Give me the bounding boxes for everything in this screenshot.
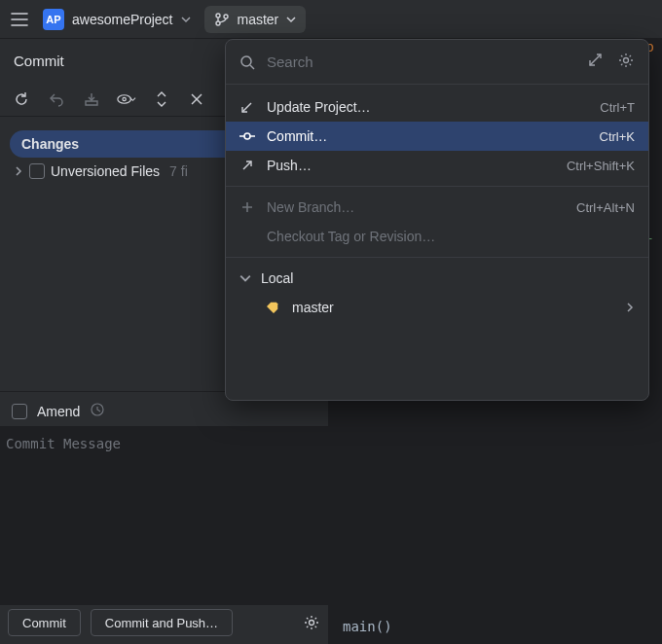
menu-shortcut: Ctrl+Shift+K — [567, 159, 635, 173]
commit-settings-icon[interactable] — [303, 614, 320, 631]
menu-item-label: Push… — [267, 158, 312, 173]
local-branch-master[interactable]: master — [226, 293, 648, 322]
chevron-right-icon — [14, 163, 23, 179]
local-label: Local — [261, 270, 293, 286]
branch-icon — [214, 12, 230, 27]
chevron-down-icon — [286, 15, 296, 24]
commit-icon — [239, 129, 255, 143]
shelve-icon[interactable] — [82, 89, 101, 109]
menu-item-label: Commit… — [267, 128, 327, 144]
group-by-icon[interactable] — [187, 89, 206, 109]
svg-point-3 — [216, 14, 220, 18]
local-branches-header[interactable]: Local — [226, 264, 648, 293]
svg-line-14 — [590, 54, 601, 65]
menu-item-label: Update Project… — [267, 99, 371, 115]
menu-item-update-project[interactable]: Update Project… Ctrl+T — [226, 92, 648, 122]
chevron-down-icon — [181, 15, 191, 24]
chevron-right-icon — [625, 300, 635, 315]
menu-shortcut: Ctrl+Alt+N — [576, 200, 635, 215]
refresh-icon[interactable] — [12, 89, 31, 109]
unversioned-count: 7 fi — [169, 163, 188, 179]
vcs-search-input[interactable] — [267, 54, 576, 70]
search-icon — [239, 54, 255, 70]
branch-name: master — [238, 12, 279, 27]
branch-label: master — [292, 300, 334, 315]
show-diff-icon[interactable] — [117, 89, 136, 109]
unversioned-label: Unversioned Files — [51, 163, 160, 179]
push-icon — [239, 159, 255, 172]
svg-point-11 — [310, 621, 314, 626]
commit-button[interactable]: Commit — [8, 609, 81, 636]
branch-selector[interactable]: master — [204, 6, 307, 33]
fetch-icon[interactable] — [588, 52, 604, 72]
svg-point-18 — [244, 133, 250, 139]
menu-item-new-branch[interactable]: New Branch… Ctrl+Alt+N — [226, 193, 648, 222]
unversioned-checkbox[interactable] — [29, 163, 45, 179]
project-icon: AP — [43, 9, 64, 30]
menu-shortcut: Ctrl+T — [600, 100, 635, 115]
svg-line-13 — [250, 65, 254, 69]
plus-icon — [239, 200, 255, 214]
menu-item-push[interactable]: Push… Ctrl+Shift+K — [226, 151, 648, 180]
expand-collapse-icon[interactable] — [152, 89, 171, 109]
project-selector[interactable]: AP awesomeProject — [39, 6, 199, 33]
rollback-icon[interactable] — [47, 89, 66, 109]
menu-shortcut: Ctrl+K — [600, 129, 635, 144]
amend-label: Amend — [37, 404, 80, 419]
history-icon[interactable] — [90, 402, 105, 420]
chevron-down-icon — [239, 272, 251, 284]
svg-point-7 — [123, 97, 126, 100]
editor-status-text: main() — [343, 619, 392, 634]
amend-checkbox[interactable] — [12, 404, 27, 419]
bookmark-icon — [267, 300, 280, 316]
menu-item-commit[interactable]: Commit… Ctrl+K — [226, 122, 648, 151]
main-menu-button[interactable] — [6, 6, 33, 33]
svg-line-20 — [243, 161, 251, 169]
svg-line-16 — [242, 103, 251, 112]
menu-item-checkout-tag[interactable]: Checkout Tag or Revision… — [226, 222, 648, 251]
commit-and-push-button[interactable]: Commit and Push… — [91, 609, 233, 636]
menu-separator — [226, 186, 648, 187]
commit-message-input[interactable]: Commit Message — [0, 426, 328, 605]
update-icon — [239, 100, 255, 114]
menu-item-label: Checkout Tag or Revision… — [267, 229, 435, 244]
project-name: awesomeProject — [72, 12, 173, 27]
svg-point-5 — [224, 15, 228, 18]
menu-separator — [226, 257, 648, 258]
vcs-popup: Update Project… Ctrl+T Commit… Ctrl+K Pu… — [225, 39, 649, 401]
svg-point-4 — [216, 21, 220, 25]
menu-item-label: New Branch… — [267, 199, 354, 215]
svg-point-15 — [624, 58, 629, 63]
svg-point-12 — [241, 56, 251, 66]
gear-icon[interactable] — [617, 52, 635, 72]
